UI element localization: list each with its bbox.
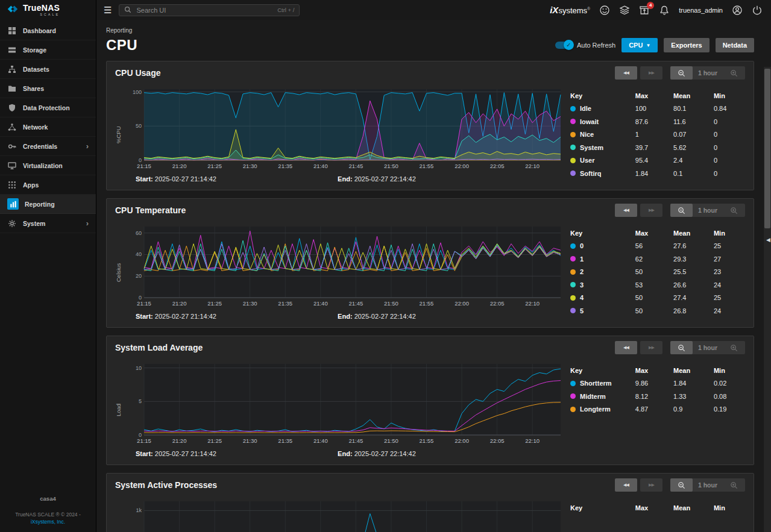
legend-row: Shortterm9.861.840.02 — [570, 377, 745, 390]
auto-refresh-toggle[interactable]: ✓ Auto Refresh — [555, 42, 615, 49]
sidebar-item-shares[interactable]: Shares — [0, 79, 96, 98]
gear-icon — [7, 219, 17, 228]
updates-box-icon[interactable]: 4 — [639, 5, 650, 16]
content-area: Reporting CPU ✓ Auto Refresh CPU▼ Export… — [96, 20, 771, 532]
svg-text:21:55: 21:55 — [420, 163, 434, 169]
layers-icon[interactable] — [619, 5, 630, 16]
zoom-in-button[interactable] — [723, 341, 745, 354]
chart-back-button[interactable]: ◀◀ — [615, 66, 637, 80]
ixsystems-logo[interactable]: iXsystems® — [550, 5, 590, 15]
bell-icon[interactable] — [659, 5, 670, 16]
series-color-dot — [570, 145, 576, 150]
search-box[interactable]: Ctrl + / — [119, 4, 300, 16]
breadcrumb[interactable]: Reporting — [106, 27, 137, 34]
chart-start-time: Start: 2025-02-27 21:14:42 — [136, 313, 338, 320]
report-type-dropdown[interactable]: CPU▼ — [622, 38, 658, 52]
chart-forward-button[interactable]: ▶▶ — [640, 341, 662, 354]
sidebar-item-virtualization[interactable]: Virtualization — [0, 156, 96, 175]
topbar: ☰ Ctrl + / iXsystems® 4 truenas_admin — [96, 0, 771, 20]
exporters-button[interactable]: Exporters — [664, 38, 709, 52]
chart-back-button[interactable]: ◀◀ — [615, 204, 637, 217]
cpu-temperature-chart[interactable]: 21:1521:2021:2521:3021:3521:4021:4521:50… — [124, 222, 565, 310]
auto-refresh-label: Auto Refresh — [577, 42, 615, 49]
svg-text:21:35: 21:35 — [278, 300, 292, 307]
series-color-dot — [570, 171, 576, 176]
username: truenas_admin — [679, 7, 723, 14]
zoom-out-button[interactable] — [670, 478, 693, 492]
y-axis-label — [115, 496, 124, 532]
chart-end-time: End: 2025-02-27 22:14:42 — [338, 175, 416, 183]
active-processes-card: System Active Processes ◀◀ ▶▶ 1 hour — [106, 473, 754, 532]
account-avatar-icon[interactable] — [732, 5, 743, 16]
svg-text:21:25: 21:25 — [207, 300, 222, 307]
sidebar: TrueNAS SCALE Dashboard Storage Datasets… — [0, 0, 96, 532]
sidebar-item-datasets[interactable]: Datasets — [0, 60, 96, 79]
zoom-in-button[interactable] — [723, 66, 745, 80]
vertical-scrollbar[interactable] — [763, 67, 771, 532]
series-color-dot — [570, 119, 576, 124]
system-load-chart[interactable]: 21:1521:2021:2521:3021:3521:4021:4521:50… — [124, 359, 565, 447]
sidebar-item-data-protection[interactable]: Data Protection — [0, 98, 96, 117]
zoom-out-button[interactable] — [670, 341, 693, 354]
truenas-logo[interactable]: TrueNAS SCALE — [0, 0, 96, 20]
menu-toggle-button[interactable]: ☰ — [104, 5, 112, 16]
chart-forward-button[interactable]: ▶▶ — [640, 478, 662, 492]
feedback-smiley-icon[interactable] — [599, 5, 610, 16]
logo-subtitle: SCALE — [23, 13, 60, 17]
power-icon[interactable] — [752, 5, 763, 16]
series-color-dot — [570, 256, 576, 261]
sidebar-item-network[interactable]: Network — [0, 117, 96, 137]
netdata-button[interactable]: Netdata — [716, 38, 754, 52]
svg-text:60: 60 — [136, 230, 142, 236]
search-input[interactable] — [135, 6, 274, 14]
hostname: casa4 — [5, 495, 91, 502]
sidebar-item-system[interactable]: System › — [0, 214, 96, 233]
series-color-dot — [570, 381, 576, 386]
series-color-dot — [570, 308, 576, 313]
legend-row: Midterm8.121.330.08 — [570, 390, 745, 403]
chart-back-button[interactable]: ◀◀ — [615, 341, 637, 354]
panel-collapse-arrow[interactable]: ◀ — [766, 237, 770, 243]
svg-text:10: 10 — [136, 365, 142, 371]
svg-text:21:50: 21:50 — [384, 300, 398, 307]
series-color-dot — [570, 158, 576, 163]
truenas-app: TrueNAS SCALE Dashboard Storage Datasets… — [0, 0, 771, 532]
zoom-range-label: 1 hour — [693, 69, 723, 77]
svg-text:21:35: 21:35 — [278, 437, 292, 444]
svg-text:21:45: 21:45 — [348, 437, 363, 444]
svg-text:21:55: 21:55 — [420, 300, 434, 307]
legend-row: 45027.425 — [570, 292, 745, 305]
legend-header-row: KeyMaxMeanMin — [570, 227, 745, 240]
chart-forward-button[interactable]: ▶▶ — [640, 66, 662, 80]
svg-text:21:40: 21:40 — [313, 437, 328, 444]
svg-text:20: 20 — [136, 273, 142, 279]
zoom-in-button[interactable] — [723, 204, 745, 217]
legend-row: Nice10.070 — [570, 128, 745, 142]
chart-back-button[interactable]: ◀◀ — [615, 478, 637, 492]
search-shortcut-hint: Ctrl + / — [277, 7, 294, 13]
chart-forward-button[interactable]: ▶▶ — [640, 204, 662, 217]
sidebar-item-dashboard[interactable]: Dashboard — [0, 21, 96, 40]
sidebar-item-storage[interactable]: Storage — [0, 40, 96, 60]
legend-row: 05627.625 — [570, 240, 745, 253]
svg-text:21:35: 21:35 — [278, 163, 292, 169]
zoom-out-button[interactable] — [670, 204, 693, 217]
sidebar-item-apps[interactable]: Apps — [0, 175, 96, 195]
svg-text:21:30: 21:30 — [243, 163, 257, 169]
legend-row: Iowait87.611.60 — [570, 115, 745, 128]
active-processes-chart[interactable]: 21:1521:2021:2521:3021:3521:4021:4521:50… — [124, 496, 565, 532]
sidebar-item-credentials[interactable]: Credentials › — [0, 137, 96, 156]
zoom-out-button[interactable] — [670, 66, 693, 80]
scrollbar-thumb[interactable] — [764, 69, 770, 228]
key-icon — [7, 142, 17, 151]
svg-text:22:10: 22:10 — [525, 437, 540, 444]
company-link[interactable]: iXsystems, Inc. — [5, 519, 91, 525]
toggle-track[interactable]: ✓ — [555, 42, 572, 49]
sidebar-item-reporting[interactable]: Reporting — [0, 195, 96, 214]
svg-text:21:50: 21:50 — [384, 437, 398, 444]
svg-text:100: 100 — [133, 89, 142, 95]
search-icon — [124, 5, 131, 16]
zoom-in-button[interactable] — [723, 478, 745, 492]
cpu-usage-chart[interactable]: 21:1521:2021:2521:3021:3521:4021:4521:50… — [124, 84, 565, 172]
series-color-dot — [570, 243, 576, 249]
